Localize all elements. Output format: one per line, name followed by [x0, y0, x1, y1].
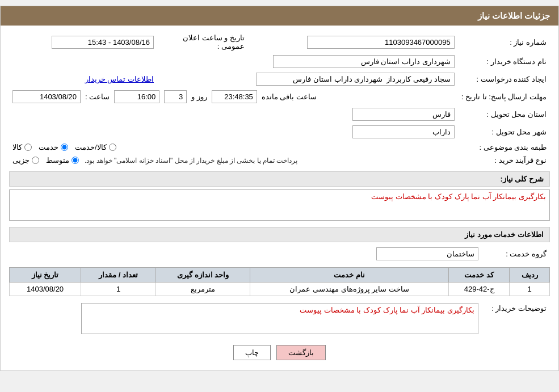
cell-radif: 1 [510, 283, 550, 296]
mohlat-ersal-label: مهلت ارسال پاسخ: تا تاریخ : [458, 88, 550, 106]
tarikh-value-cell [9, 31, 157, 53]
radio-motavasset-label: متوسط [46, 156, 69, 165]
radio-jozii-label: جزیی [12, 156, 30, 165]
col-tarikh: تاریخ نیاز [10, 268, 81, 283]
ijad-konande-input [256, 73, 455, 86]
shahr-input [352, 125, 455, 138]
cell-kod-khedmat: ج-42-429 [448, 283, 509, 296]
page-header: جزئیات اطلاعات نیاز [1, 6, 558, 26]
tosihaat-label: توضیحات خریدار : [482, 301, 550, 338]
radio-motavasset-item[interactable]: متوسط [46, 156, 79, 165]
sharh-section-title: شرح کلی نیاز: [9, 171, 550, 187]
sharh-textarea: بکارگیری بیمانکار آب نما پارک کودک با مش… [9, 189, 550, 221]
shahr-label: شهر محل تحویل : [458, 123, 550, 141]
ijad-konande-cell [157, 70, 458, 88]
page-title: جزئیات اطلاعات نیاز [478, 11, 550, 20]
radio-kala-label: کالا [12, 143, 22, 151]
nam-dastgah-cell [9, 53, 458, 70]
col-tedad: تعداد / مقدار [81, 268, 156, 283]
mohlat-baqi-label: ساعت باقی مانده [262, 92, 317, 101]
ettelaat-link-cell[interactable]: اطلاعات تماس خریدار [9, 70, 157, 88]
col-nam-khedmat: نام خدمت [250, 268, 449, 283]
khedmat-section-title: اطلاعات خدمات مورد نیاز [9, 227, 550, 242]
buttons-row: بازگشت چاپ [9, 345, 550, 360]
tarikh-input [52, 36, 154, 49]
mohlat-ersal-cell: ساعت : روز و ساعت باقی مانده [9, 88, 458, 106]
cell-nam-khedmat: ساخت سایر پروژه‌های مهندسی عمران [250, 283, 449, 296]
radio-kala-khedmat-label: کالا/خدمت [75, 143, 107, 151]
mohlat-roz-label: روز و [191, 92, 207, 101]
mohlat-roz-input [164, 90, 187, 103]
radio-jozii-item[interactable]: جزیی [12, 156, 39, 165]
radio-jozii[interactable] [32, 157, 39, 164]
radio-motavasset[interactable] [72, 157, 79, 164]
ostan-cell [9, 106, 458, 123]
ijad-konande-label: ایجاد کننده درخواست : [458, 70, 550, 88]
sharh-container: بکارگیری بیمانکار آب نما پارک کودک با مش… [9, 189, 550, 222]
radio-kala-khedmat-item[interactable]: کالا/خدمت [75, 143, 116, 151]
cell-tedad: 1 [81, 283, 156, 296]
grooh-khedmat-input [376, 247, 478, 260]
ostan-input [352, 108, 455, 121]
radio-khedmat[interactable] [61, 144, 68, 151]
shahr-cell [9, 123, 458, 141]
col-radif: ردیف [510, 268, 550, 283]
grooh-khedmat-cell [9, 245, 482, 263]
tabaqe-label: طبقه بندی موضوعی : [458, 141, 550, 154]
nam-dastgah-input [273, 55, 455, 68]
table-row: 1 ج-42-429 ساخت سایر پروژه‌های مهندسی عم… [10, 283, 550, 296]
mohlat-time-label: ساعت : [85, 92, 110, 101]
mohlat-date-input [12, 90, 81, 103]
mohlat-countdown-input [212, 90, 257, 103]
radio-khedmat-label: خدمت [39, 143, 58, 151]
grooh-khedmat-label: گروه خدمت : [482, 245, 550, 263]
shomara-niaz-label: شماره نیاز : [458, 31, 550, 53]
tosihaat-cell [9, 301, 482, 338]
service-table: ردیف کد خدمت نام خدمت واحد اندازه گیری ت… [9, 267, 550, 296]
shomara-niaz-input [307, 36, 455, 49]
nooe-farayand-note: پرداخت تمام یا بخشی از مبلغ خریدار از مح… [85, 157, 297, 165]
back-button[interactable]: بازگشت [276, 345, 326, 360]
tarikh-label: تاریخ و ساعت اعلان عمومی : [157, 31, 248, 53]
nooe-farayand-cell: جزیی متوسط پرداخت تمام یا بخشی از مبلغ خ… [9, 154, 458, 167]
radio-kala-item[interactable]: کالا [12, 143, 32, 151]
col-vahed: واحد اندازه گیری [156, 268, 250, 283]
tabaqe-cell: کالا خدمت کالا/خدمت [9, 141, 458, 154]
cell-tarikh: 1403/08/20 [10, 283, 81, 296]
nam-dastgah-label: نام دستگاه خریدار : [458, 53, 550, 70]
tosihaat-textarea [81, 303, 478, 334]
ostan-label: استان محل تحویل : [458, 106, 550, 123]
radio-kala[interactable] [24, 144, 32, 151]
print-button[interactable]: چاپ [233, 345, 271, 360]
radio-khedmat-item[interactable]: خدمت [39, 143, 68, 151]
ettelaat-link[interactable]: اطلاعات تماس خریدار [85, 75, 154, 83]
cell-vahed: مترمربع [156, 283, 250, 296]
mohlat-time-input [114, 90, 159, 103]
col-kod-khedmat: کد خدمت [448, 268, 509, 283]
radio-kala-khedmat[interactable] [109, 144, 116, 151]
shomara-niaz-value [248, 31, 458, 53]
nooe-farayand-label: نوع فرآیند خرید : [458, 154, 550, 167]
